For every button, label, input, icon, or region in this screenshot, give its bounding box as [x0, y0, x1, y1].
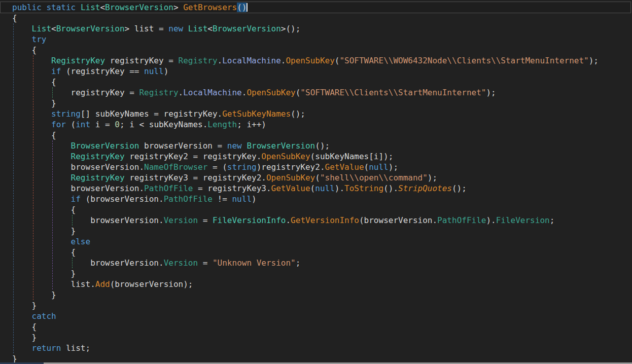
code-line: string[] subKeyNames = registryKey.GetSu…	[0, 108, 632, 119]
code-line: for (int i = 0; i < subKeyNames.Length; …	[0, 119, 632, 130]
code-token: Version	[164, 258, 198, 268]
code-token	[12, 194, 71, 204]
code-line: }	[0, 226, 632, 236]
code-line: RegistryKey registryKey = Registry.Local…	[0, 55, 632, 66]
code-line: if (browserVersion.PathOfFile != null)	[0, 194, 632, 204]
code-token: .	[286, 215, 291, 225]
code-line: {	[0, 130, 632, 140]
code-token: (browserVersion.	[81, 194, 164, 204]
code-token: {	[12, 205, 76, 214]
code-token: if	[71, 194, 81, 204]
code-token: }	[12, 333, 37, 342]
code-token	[12, 109, 51, 119]
code-token	[12, 141, 71, 151]
code-line: }	[0, 289, 632, 300]
code-token: List	[32, 24, 52, 33]
code-line: }	[0, 268, 632, 279]
code-token: {	[12, 322, 37, 332]
code-token: int	[76, 120, 90, 129]
code-line: }	[0, 332, 632, 343]
code-token: "SOFTWARE\\Clients\\StartMenuInternet"	[300, 88, 486, 97]
code-token: LocalMachine	[183, 88, 242, 97]
code-token: FileVersionInfo	[213, 215, 286, 225]
code-token: browserVersion =	[139, 141, 227, 151]
code-token: browserVersion.	[12, 162, 144, 172]
code-token: );	[589, 56, 599, 65]
code-token: LocalMachine	[222, 56, 281, 65]
code-token: )	[164, 66, 169, 76]
code-token: OpenSubKey	[266, 173, 315, 183]
code-token: FileVersion	[496, 215, 550, 225]
code-token: OpenSubKey	[261, 152, 310, 161]
code-token: ();	[452, 184, 467, 193]
code-token	[12, 152, 71, 161]
comment-text: //	[12, 0, 22, 2]
code-token: =	[198, 258, 213, 268]
matched-brace-selection: ()	[237, 3, 247, 12]
code-token: >	[173, 3, 183, 12]
code-token: OpenSubKey	[247, 88, 295, 97]
code-token: BrowserVersion	[247, 141, 315, 151]
code-token: {	[12, 130, 56, 140]
code-token: "shell\\open\\command"	[320, 173, 428, 183]
code-token: PathOfFile	[437, 215, 486, 225]
code-line: else	[0, 236, 632, 247]
code-token: = registryKey3.	[193, 184, 271, 193]
code-token: {	[12, 247, 76, 257]
code-token: (	[310, 184, 315, 193]
code-token: NameOfBrowser	[144, 162, 207, 172]
code-token: >();	[281, 24, 301, 33]
code-token: Add	[95, 279, 110, 289]
code-token: }	[12, 290, 56, 300]
code-token	[76, 3, 81, 12]
code-token: list;	[61, 343, 90, 353]
code-token: try	[32, 34, 47, 44]
code-token: .	[218, 56, 223, 65]
code-token: null	[232, 194, 252, 204]
code-line: browserVersion.Version = FileVersionInfo…	[0, 215, 632, 226]
code-line: browserVersion.PathOfFile = registryKey3…	[0, 183, 632, 194]
code-token: StripQuotes	[398, 184, 452, 193]
code-token: if	[51, 66, 61, 76]
code-token: = (	[207, 162, 227, 172]
code-token: (browserVersion.	[359, 215, 437, 225]
code-line: RegistryKey registryKey3 = registryKey2.…	[0, 172, 632, 183]
code-line: browserVersion.Version = "Unknown Versio…	[0, 258, 632, 268]
code-token: null	[315, 184, 335, 193]
code-token: BrowserVersion	[105, 3, 173, 12]
code-token	[12, 173, 71, 183]
code-token: (	[335, 56, 340, 65]
code-token: browserVersion.	[12, 184, 144, 193]
code-line: }	[0, 300, 632, 311]
code-token: ; i++)	[237, 120, 266, 129]
code-token	[12, 34, 32, 44]
code-editor[interactable]: //public static List<BrowserVersion> Get…	[0, 0, 632, 364]
code-token: string	[227, 162, 257, 172]
code-token: .	[242, 88, 247, 97]
code-token: "Unknown Version"	[213, 258, 296, 268]
code-token: for	[51, 120, 66, 129]
code-line: {	[0, 45, 632, 55]
code-line: BrowserVersion browserVersion = new Brow…	[0, 140, 632, 151]
code-token: ();	[291, 109, 305, 119]
code-token: List	[81, 3, 100, 12]
code-token	[12, 237, 71, 246]
code-line: List<BrowserVersion> list = new List<Bro…	[0, 23, 632, 34]
code-token	[12, 120, 51, 129]
code-token: GetBrowsers	[183, 3, 237, 12]
code-line: public static List<BrowserVersion> GetBr…	[0, 2, 632, 13]
code-line: registryKey = Registry.LocalMachine.Open…	[0, 87, 632, 98]
code-token: ;	[296, 258, 301, 268]
code-token: (	[315, 173, 320, 183]
code-token: registryKey2 = registryKey.	[125, 152, 262, 161]
code-line: {	[0, 247, 632, 258]
code-line: if (registryKey == null)	[0, 66, 632, 77]
code-token: 0	[115, 120, 120, 129]
code-token: Length	[207, 120, 237, 129]
code-token: static	[46, 3, 76, 12]
code-token: registryKey =	[105, 56, 179, 65]
code-token: BrowserVersion	[56, 24, 125, 33]
code-token: );	[486, 88, 496, 97]
code-token: }	[12, 269, 76, 278]
code-line: browserVersion.NameOfBrowser = (string)r…	[0, 162, 632, 172]
